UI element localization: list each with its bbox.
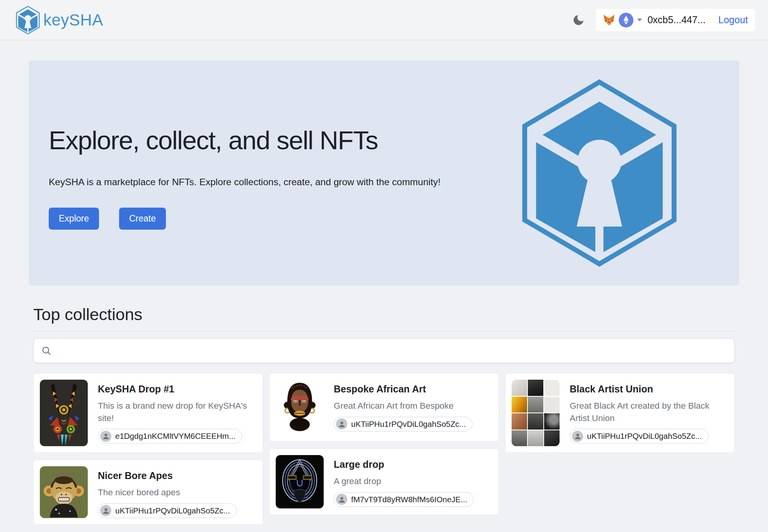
avatar: [572, 431, 583, 442]
card-body: Bespoke African Art Great African Art fr…: [334, 380, 492, 435]
owner-id: uKTiiPHu1rPQvDiL0gahSo5Zc...: [115, 506, 230, 515]
search-bar: [33, 338, 735, 363]
collection-description: A great drop: [334, 475, 492, 488]
grid-column-2: Bespoke African Art Great African Art fr…: [269, 373, 499, 525]
collection-description: The nicer bored apes: [98, 486, 256, 499]
owner-pill[interactable]: e1Dgdg1nKCMltVYM6CEEEHm...: [98, 429, 242, 443]
grid-column-1: KeySHA Drop #1 This is a brand new drop …: [33, 373, 263, 525]
keysha-logo-icon: [15, 6, 40, 34]
dark-mode-toggle[interactable]: [572, 14, 585, 27]
collection-title: Black Artist Union: [570, 384, 728, 395]
collection-description: Great African Art from Bespoke: [334, 400, 492, 412]
collection-thumbnail-blue-mask: [276, 455, 324, 508]
owner-id: e1Dgdg1nKCMltVYM6CEEEHm...: [115, 431, 236, 441]
avatar: [336, 418, 347, 430]
collection-card-keysha-drop-1[interactable]: KeySHA Drop #1 This is a brand new drop …: [33, 373, 263, 453]
collection-card-black-artist-union[interactable]: Black Artist Union Great Black Art creat…: [505, 373, 735, 453]
person-icon: [337, 495, 346, 504]
card-body: KeySHA Drop #1 This is a brand new drop …: [98, 380, 256, 446]
owner-id: uKTiiPHu1rPQvDiL0gahSo5Zc...: [351, 419, 466, 429]
search-icon: [41, 346, 51, 356]
keysha-cube-logo-large: [518, 79, 681, 267]
card-body: Black Artist Union Great Black Art creat…: [570, 380, 728, 446]
brand-name: keySHA: [43, 11, 103, 29]
owner-pill[interactable]: uKTiiPHu1rPQvDiL0gahSo5Zc...: [570, 429, 708, 443]
section-title: Top collections: [33, 305, 735, 324]
person-icon: [573, 431, 582, 441]
card-body: Large drop A great drop fM7vT9Td8yRW8hfM…: [334, 455, 492, 508]
collections-grid: KeySHA Drop #1 This is a brand new drop …: [33, 373, 735, 525]
brand[interactable]: keySHA: [15, 6, 103, 34]
owner-pill[interactable]: uKTiiPHu1rPQvDiL0gahSo5Zc...: [334, 417, 473, 431]
divider: [33, 331, 735, 331]
hero-logo-illustration: [518, 79, 681, 267]
chevron-down-icon[interactable]: [637, 18, 642, 22]
hero-subtitle: KeySHA is a marketplace for NFTs. Explor…: [49, 177, 440, 188]
logout-button[interactable]: Logout: [719, 14, 748, 26]
person-icon: [101, 431, 111, 441]
owner-pill[interactable]: fM7vT9Td8yRW8hfMs6IOneJE...: [334, 492, 474, 507]
card-body: Nicer Bore Apes The nicer bored apes uKT…: [98, 466, 256, 518]
collection-card-nicer-bore-apes[interactable]: Nicer Bore Apes The nicer bored apes uKT…: [33, 460, 263, 525]
collection-thumbnail-african-mask: [276, 380, 324, 435]
collection-thumbnail-tribal-mask: [40, 380, 88, 446]
collection-thumbnail-bored-ape: [40, 466, 88, 518]
search-input[interactable]: [57, 345, 727, 356]
hero-buttons: Explore Create: [49, 208, 440, 230]
hero-banner: Explore, collect, and sell NFTs KeySHA i…: [29, 60, 739, 286]
collection-description: This is a brand new drop for KeySHA's si…: [98, 400, 256, 424]
app-header: keySHA: [0, 0, 768, 40]
owner-id: fM7vT9Td8yRW8hfMs6IOneJE...: [351, 495, 467, 504]
metamask-fox-icon: [603, 14, 615, 26]
collection-title: Bespoke African Art: [334, 384, 492, 395]
collection-description: Great Black Art created by the Black Art…: [570, 400, 728, 424]
collection-title: Large drop: [334, 459, 492, 470]
collection-title: KeySHA Drop #1: [98, 384, 256, 395]
create-button[interactable]: Create: [119, 208, 166, 230]
collection-card-bespoke-african-art[interactable]: Bespoke African Art Great African Art fr…: [269, 373, 499, 442]
avatar: [100, 505, 111, 516]
person-icon: [101, 506, 111, 515]
collection-card-large-drop[interactable]: Large drop A great drop fM7vT9Td8yRW8hfM…: [269, 448, 499, 515]
hero-content: Explore, collect, and sell NFTs KeySHA i…: [29, 60, 440, 286]
wallet-widget[interactable]: 0xcb5...447... Logout: [596, 9, 755, 31]
avatar: [100, 431, 111, 442]
collections-section: Top collections: [33, 305, 735, 525]
collection-thumbnail-photo-collage: [512, 380, 560, 446]
grid-column-3: Black Artist Union Great Black Art creat…: [505, 373, 735, 525]
ethereum-icon: [619, 13, 633, 27]
collection-title: Nicer Bore Apes: [98, 470, 256, 481]
wallet-address: 0xcb5...447...: [647, 14, 705, 26]
explore-button[interactable]: Explore: [49, 208, 99, 230]
header-actions: 0xcb5...447... Logout: [572, 9, 755, 31]
owner-pill[interactable]: uKTiiPHu1rPQvDiL0gahSo5Zc...: [98, 503, 237, 518]
hero-title: Explore, collect, and sell NFTs: [49, 125, 440, 155]
avatar: [336, 494, 347, 505]
person-icon: [337, 419, 346, 429]
moon-icon: [572, 14, 585, 27]
owner-id: uKTiiPHu1rPQvDiL0gahSo5Zc...: [587, 431, 702, 441]
